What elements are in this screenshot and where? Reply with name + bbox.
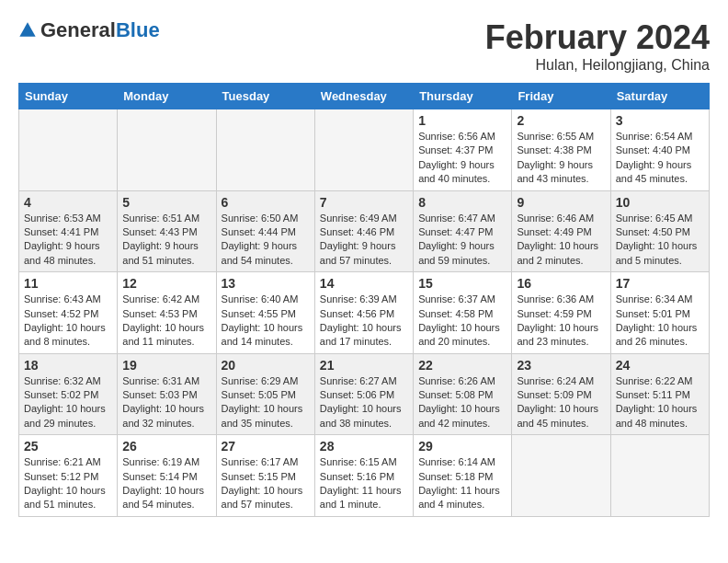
- day-info: Sunrise: 6:56 AM Sunset: 4:37 PM Dayligh…: [418, 130, 506, 187]
- calendar-cell: 6Sunrise: 6:50 AM Sunset: 4:44 PM Daylig…: [216, 190, 314, 272]
- calendar-cell: 8Sunrise: 6:47 AM Sunset: 4:47 PM Daylig…: [414, 190, 512, 272]
- day-number: 24: [616, 358, 704, 373]
- day-number: 18: [24, 358, 112, 373]
- svg-marker-0: [19, 22, 35, 36]
- calendar-cell: 3Sunrise: 6:54 AM Sunset: 4:40 PM Daylig…: [610, 109, 709, 191]
- day-info: Sunrise: 6:36 AM Sunset: 4:59 PM Dayligh…: [517, 293, 605, 350]
- calendar-week-row-3: 11Sunrise: 6:43 AM Sunset: 4:52 PM Dayli…: [19, 272, 710, 354]
- calendar-cell: 17Sunrise: 6:34 AM Sunset: 5:01 PM Dayli…: [610, 272, 709, 354]
- day-number: 13: [222, 276, 310, 291]
- calendar-cell: 13Sunrise: 6:40 AM Sunset: 4:55 PM Dayli…: [216, 272, 314, 354]
- calendar-week-row-5: 25Sunrise: 6:21 AM Sunset: 5:12 PM Dayli…: [19, 435, 710, 517]
- calendar-cell: 11Sunrise: 6:43 AM Sunset: 4:52 PM Dayli…: [19, 272, 118, 354]
- calendar-cell: 22Sunrise: 6:26 AM Sunset: 5:08 PM Dayli…: [414, 353, 512, 435]
- calendar-cell: 20Sunrise: 6:29 AM Sunset: 5:05 PM Dayli…: [216, 353, 314, 435]
- day-number: 29: [418, 439, 506, 454]
- location-title: Hulan, Heilongjiang, China: [485, 57, 710, 74]
- day-info: Sunrise: 6:27 AM Sunset: 5:06 PM Dayligh…: [320, 374, 408, 431]
- day-info: Sunrise: 6:50 AM Sunset: 4:44 PM Dayligh…: [222, 212, 310, 269]
- calendar-cell: 28Sunrise: 6:15 AM Sunset: 5:16 PM Dayli…: [314, 435, 413, 517]
- calendar-cell: 25Sunrise: 6:21 AM Sunset: 5:12 PM Dayli…: [19, 435, 118, 517]
- day-number: 2: [517, 113, 605, 128]
- logo-text-general: General: [40, 18, 116, 41]
- day-info: Sunrise: 6:19 AM Sunset: 5:14 PM Dayligh…: [122, 455, 210, 512]
- day-number: 10: [616, 195, 704, 210]
- day-number: 15: [418, 276, 506, 291]
- day-info: Sunrise: 6:22 AM Sunset: 5:11 PM Dayligh…: [616, 374, 704, 431]
- day-number: 7: [320, 195, 408, 210]
- day-number: 28: [320, 439, 408, 454]
- day-number: 5: [122, 195, 210, 210]
- day-info: Sunrise: 6:21 AM Sunset: 5:12 PM Dayligh…: [24, 455, 112, 512]
- page-header: GeneralBlue February 2024 Hulan, Heilong…: [18, 18, 710, 74]
- calendar-cell: 14Sunrise: 6:39 AM Sunset: 4:56 PM Dayli…: [314, 272, 413, 354]
- calendar-cell: 23Sunrise: 6:24 AM Sunset: 5:09 PM Dayli…: [512, 353, 610, 435]
- weekday-header-monday: Monday: [118, 84, 216, 109]
- calendar-cell: 9Sunrise: 6:46 AM Sunset: 4:49 PM Daylig…: [512, 190, 610, 272]
- weekday-header-row: SundayMondayTuesdayWednesdayThursdayFrid…: [19, 84, 710, 109]
- calendar-cell: [610, 435, 709, 517]
- day-info: Sunrise: 6:53 AM Sunset: 4:41 PM Dayligh…: [24, 212, 112, 269]
- day-info: Sunrise: 6:37 AM Sunset: 4:58 PM Dayligh…: [418, 293, 506, 350]
- day-info: Sunrise: 6:42 AM Sunset: 4:53 PM Dayligh…: [122, 293, 210, 350]
- calendar-cell: 16Sunrise: 6:36 AM Sunset: 4:59 PM Dayli…: [512, 272, 610, 354]
- logo-icon: [18, 21, 37, 40]
- day-number: 11: [24, 276, 112, 291]
- day-number: 20: [222, 358, 310, 373]
- day-info: Sunrise: 6:51 AM Sunset: 4:43 PM Dayligh…: [122, 212, 210, 269]
- logo-text-blue: Blue: [116, 18, 160, 41]
- day-number: 21: [320, 358, 408, 373]
- day-info: Sunrise: 6:24 AM Sunset: 5:09 PM Dayligh…: [517, 374, 605, 431]
- calendar-cell: [19, 109, 118, 191]
- calendar-cell: 7Sunrise: 6:49 AM Sunset: 4:46 PM Daylig…: [314, 190, 413, 272]
- calendar-week-row-1: 1Sunrise: 6:56 AM Sunset: 4:37 PM Daylig…: [19, 109, 710, 191]
- calendar-cell: [512, 435, 610, 517]
- calendar-table: SundayMondayTuesdayWednesdayThursdayFrid…: [18, 83, 710, 517]
- day-info: Sunrise: 6:14 AM Sunset: 5:18 PM Dayligh…: [418, 455, 506, 512]
- day-number: 3: [616, 113, 704, 128]
- calendar-cell: 2Sunrise: 6:55 AM Sunset: 4:38 PM Daylig…: [512, 109, 610, 191]
- day-info: Sunrise: 6:39 AM Sunset: 4:56 PM Dayligh…: [320, 293, 408, 350]
- calendar-cell: 15Sunrise: 6:37 AM Sunset: 4:58 PM Dayli…: [414, 272, 512, 354]
- day-info: Sunrise: 6:15 AM Sunset: 5:16 PM Dayligh…: [320, 455, 408, 512]
- title-area: February 2024 Hulan, Heilongjiang, China: [485, 18, 710, 74]
- weekday-header-sunday: Sunday: [19, 84, 118, 109]
- day-number: 8: [418, 195, 506, 210]
- day-info: Sunrise: 6:31 AM Sunset: 5:03 PM Dayligh…: [122, 374, 210, 431]
- day-info: Sunrise: 6:54 AM Sunset: 4:40 PM Dayligh…: [616, 130, 704, 187]
- day-info: Sunrise: 6:45 AM Sunset: 4:50 PM Dayligh…: [616, 212, 704, 269]
- day-info: Sunrise: 6:40 AM Sunset: 4:55 PM Dayligh…: [222, 293, 310, 350]
- calendar-cell: 1Sunrise: 6:56 AM Sunset: 4:37 PM Daylig…: [414, 109, 512, 191]
- day-info: Sunrise: 6:32 AM Sunset: 5:02 PM Dayligh…: [24, 374, 112, 431]
- day-number: 26: [122, 439, 210, 454]
- calendar-cell: 29Sunrise: 6:14 AM Sunset: 5:18 PM Dayli…: [414, 435, 512, 517]
- calendar-cell: 10Sunrise: 6:45 AM Sunset: 4:50 PM Dayli…: [610, 190, 709, 272]
- day-number: 23: [517, 358, 605, 373]
- calendar-cell: 21Sunrise: 6:27 AM Sunset: 5:06 PM Dayli…: [314, 353, 413, 435]
- day-number: 22: [418, 358, 506, 373]
- day-info: Sunrise: 6:26 AM Sunset: 5:08 PM Dayligh…: [418, 374, 506, 431]
- calendar-cell: [216, 109, 314, 191]
- day-info: Sunrise: 6:55 AM Sunset: 4:38 PM Dayligh…: [517, 130, 605, 187]
- calendar-week-row-2: 4Sunrise: 6:53 AM Sunset: 4:41 PM Daylig…: [19, 190, 710, 272]
- weekday-header-wednesday: Wednesday: [314, 84, 413, 109]
- day-info: Sunrise: 6:34 AM Sunset: 5:01 PM Dayligh…: [616, 293, 704, 350]
- day-number: 4: [24, 195, 112, 210]
- day-number: 25: [24, 439, 112, 454]
- day-info: Sunrise: 6:29 AM Sunset: 5:05 PM Dayligh…: [222, 374, 310, 431]
- calendar-cell: 24Sunrise: 6:22 AM Sunset: 5:11 PM Dayli…: [610, 353, 709, 435]
- calendar-cell: 19Sunrise: 6:31 AM Sunset: 5:03 PM Dayli…: [118, 353, 216, 435]
- day-number: 1: [418, 113, 506, 128]
- weekday-header-thursday: Thursday: [414, 84, 512, 109]
- day-number: 19: [122, 358, 210, 373]
- logo: GeneralBlue: [18, 18, 160, 42]
- calendar-week-row-4: 18Sunrise: 6:32 AM Sunset: 5:02 PM Dayli…: [19, 353, 710, 435]
- day-info: Sunrise: 6:47 AM Sunset: 4:47 PM Dayligh…: [418, 212, 506, 269]
- calendar-cell: 5Sunrise: 6:51 AM Sunset: 4:43 PM Daylig…: [118, 190, 216, 272]
- day-number: 9: [517, 195, 605, 210]
- calendar-cell: 27Sunrise: 6:17 AM Sunset: 5:15 PM Dayli…: [216, 435, 314, 517]
- weekday-header-friday: Friday: [512, 84, 610, 109]
- weekday-header-saturday: Saturday: [610, 84, 709, 109]
- day-info: Sunrise: 6:46 AM Sunset: 4:49 PM Dayligh…: [517, 212, 605, 269]
- calendar-cell: 26Sunrise: 6:19 AM Sunset: 5:14 PM Dayli…: [118, 435, 216, 517]
